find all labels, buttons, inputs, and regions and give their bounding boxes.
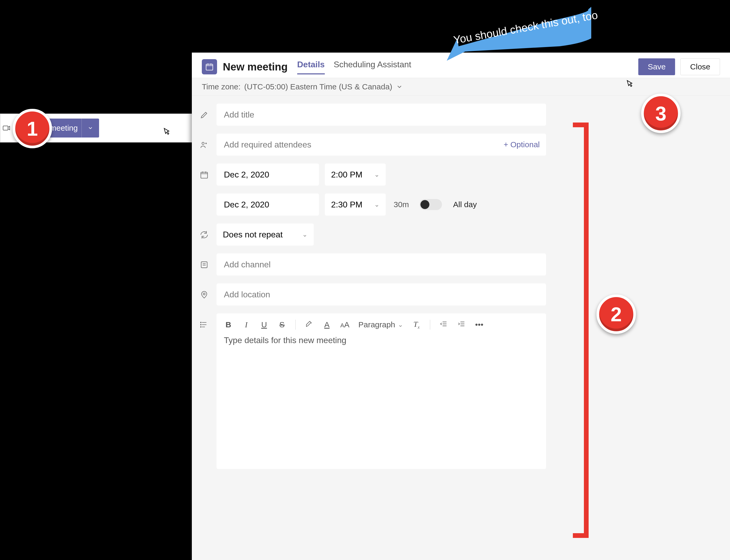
- outdent-button[interactable]: [439, 320, 448, 330]
- more-formatting-button[interactable]: •••: [475, 320, 484, 329]
- chevron-down-icon: [396, 83, 403, 90]
- channel-icon: [199, 253, 210, 271]
- close-button[interactable]: Close: [680, 58, 720, 75]
- timezone-value: (UTC-05:00) Eastern Time (US & Canada): [244, 82, 392, 91]
- new-meeting-chevron[interactable]: [81, 119, 99, 138]
- svg-rect-4: [201, 262, 207, 268]
- chevron-down-icon: ⌄: [374, 201, 379, 208]
- bold-button[interactable]: B: [224, 320, 233, 329]
- recurrence-select[interactable]: Does not repeat ⌄: [217, 223, 314, 246]
- strikethrough-button[interactable]: S: [278, 320, 287, 329]
- end-date-input[interactable]: Dec 2, 2020: [217, 194, 319, 216]
- paragraph-style-select[interactable]: Paragraph ⌄: [359, 320, 403, 329]
- attendees-input[interactable]: [217, 134, 546, 156]
- pencil-icon: [199, 104, 210, 121]
- font-color-button[interactable]: A: [323, 320, 332, 329]
- all-day-label: All day: [453, 200, 477, 209]
- annotation-callout: You should check this out, too: [444, 7, 591, 57]
- indent-button[interactable]: [457, 320, 466, 330]
- timezone-bar[interactable]: Time zone: (UTC-05:00) Eastern Time (US …: [192, 78, 730, 96]
- svg-point-5: [203, 293, 205, 295]
- separator: [295, 320, 296, 330]
- people-icon: [199, 134, 210, 151]
- svg-point-7: [201, 324, 201, 325]
- annotation-badge-1: 1: [13, 109, 52, 148]
- svg-point-8: [201, 327, 201, 327]
- tab-details[interactable]: Details: [297, 60, 325, 74]
- font-size-button[interactable]: AA: [340, 320, 350, 329]
- add-optional-attendees-link[interactable]: + Optional: [503, 134, 540, 156]
- tab-scheduling-assistant[interactable]: Scheduling Assistant: [334, 60, 411, 74]
- timezone-label: Time zone:: [202, 82, 241, 91]
- all-day-toggle[interactable]: [419, 199, 442, 210]
- svg-point-6: [201, 322, 201, 323]
- start-time-input[interactable]: 2:00 PM ⌄: [325, 164, 386, 186]
- location-input[interactable]: [217, 283, 546, 306]
- description-icon: [199, 313, 210, 331]
- editor-toolbar: B I U S A AA Paragraph ⌄ Tx: [217, 313, 546, 332]
- chevron-down-icon: ⌄: [302, 231, 308, 238]
- save-button[interactable]: Save: [638, 58, 675, 75]
- calendar-app-icon: [202, 59, 217, 74]
- italic-button[interactable]: I: [242, 320, 251, 329]
- underline-button[interactable]: U: [260, 320, 269, 329]
- clear-formatting-button[interactable]: Tx: [412, 320, 421, 330]
- meet-now-icon: [2, 124, 11, 132]
- title-input[interactable]: [217, 104, 546, 126]
- location-icon: [199, 283, 210, 301]
- chevron-down-icon: ⌄: [398, 321, 403, 328]
- annotation-badge-2: 2: [596, 294, 636, 334]
- annotation-bracket: [573, 123, 589, 538]
- channel-input[interactable]: [217, 253, 546, 276]
- separator: [430, 320, 430, 330]
- duration-label: 30m: [393, 200, 409, 209]
- repeat-icon: [199, 223, 210, 241]
- highlight-button[interactable]: [305, 320, 314, 330]
- annotation-badge-3: 3: [641, 94, 681, 133]
- end-time-input[interactable]: 2:30 PM ⌄: [325, 194, 386, 216]
- description-editor[interactable]: Type details for this new meeting: [217, 332, 546, 469]
- start-date-input[interactable]: Dec 2, 2020: [217, 164, 319, 186]
- chevron-down-icon: ⌄: [374, 171, 379, 178]
- svg-rect-1: [206, 64, 213, 70]
- svg-point-2: [202, 142, 205, 145]
- calendar-icon: [199, 164, 210, 181]
- svg-rect-3: [201, 172, 208, 178]
- svg-rect-0: [3, 126, 8, 130]
- page-title: New meeting: [223, 61, 288, 73]
